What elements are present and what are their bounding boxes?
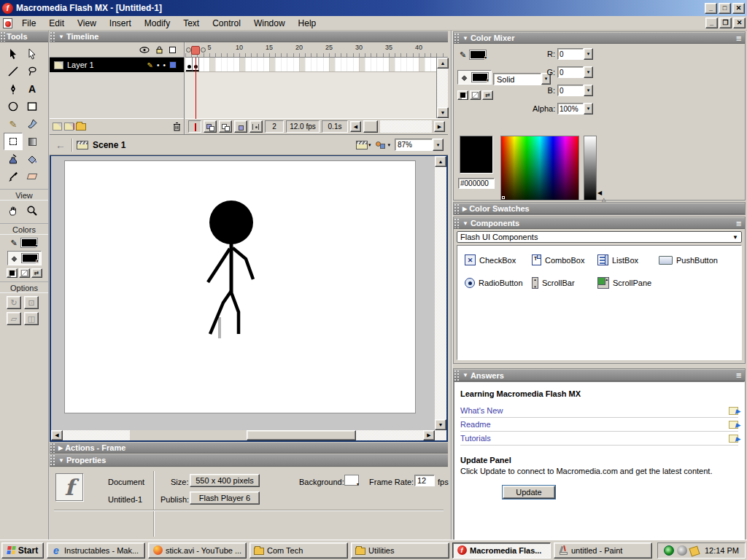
layer-name[interactable]: Layer 1 xyxy=(67,61,144,69)
fill-transform-tool[interactable] xyxy=(23,133,42,150)
line-tool[interactable] xyxy=(4,63,23,80)
green-input[interactable] xyxy=(557,66,584,78)
scrollbar-track[interactable] xyxy=(437,69,448,107)
playhead[interactable] xyxy=(191,46,200,55)
minimize-button[interactable]: _ xyxy=(705,3,717,14)
layer-outline-color-swatch[interactable] xyxy=(169,61,177,69)
components-header[interactable]: ▼ Components ≣ xyxy=(454,217,745,229)
modify-onion-markers-button[interactable] xyxy=(249,120,263,133)
panel-gripper[interactable] xyxy=(454,370,459,381)
taskbar-item-instructables[interactable]: e Instructables - Mak... xyxy=(47,542,145,559)
menu-window[interactable]: Window xyxy=(247,17,292,30)
snap-option-button[interactable]: ↻ xyxy=(7,296,21,309)
eyedropper-tool[interactable] xyxy=(4,168,23,185)
taskbar-item-utilities[interactable]: Utilities xyxy=(351,542,449,559)
framerate-input[interactable] xyxy=(414,475,435,486)
scroll-down-button[interactable]: ▼ xyxy=(437,107,449,118)
open-link-icon[interactable]: ▶ xyxy=(729,407,738,415)
maximize-button[interactable]: □ xyxy=(719,3,731,14)
rectangle-tool[interactable] xyxy=(23,98,42,115)
component-scrollpane[interactable]: ▴ScrollPane xyxy=(597,277,651,289)
brush-tool[interactable] xyxy=(23,115,42,133)
menu-modify[interactable]: Modify xyxy=(138,17,177,30)
stage-vertical-scrollbar[interactable]: ▲ ▼ xyxy=(435,156,446,430)
frame-rate-indicator[interactable]: 12.0 fps xyxy=(286,120,320,133)
default-colors-button[interactable] xyxy=(7,268,18,278)
taskbar-item-com-tech[interactable]: Com Tech xyxy=(249,542,348,559)
panel-gripper[interactable] xyxy=(50,443,55,453)
open-link-icon[interactable]: ▶ xyxy=(729,421,738,429)
doc-restore-button[interactable]: ❐ xyxy=(719,18,732,28)
timeline-vertical-scrollbar[interactable]: ▲ ▼ xyxy=(436,58,448,118)
layer-lock-dot[interactable]: • xyxy=(163,61,166,69)
pencil-tool[interactable]: ✎ xyxy=(4,115,23,133)
timeline-scroll-right-button[interactable]: ▶ xyxy=(434,121,445,132)
scene-name[interactable]: Scene 1 xyxy=(93,140,125,150)
free-transform-tool[interactable] xyxy=(4,133,23,150)
stage-canvas[interactable] xyxy=(64,160,416,413)
fill-color-swatch[interactable]: ▾ xyxy=(21,253,39,263)
stage[interactable]: ▲ ▼ ◀ ▶ xyxy=(50,155,448,442)
close-button[interactable]: ✕ xyxy=(732,3,745,14)
panel-options-icon[interactable]: ≣ xyxy=(736,219,741,228)
scroll-left-button[interactable]: ◀ xyxy=(51,430,63,440)
red-input[interactable] xyxy=(557,48,584,60)
menu-view[interactable]: View xyxy=(71,17,103,30)
center-frame-button[interactable] xyxy=(188,120,201,133)
subselection-tool[interactable] xyxy=(23,45,42,63)
zoom-value[interactable]: 87% xyxy=(395,139,433,151)
brightness-slider[interactable] xyxy=(584,136,597,201)
pen-tool[interactable] xyxy=(4,80,23,98)
rotate-skew-option-button[interactable]: ⊡ xyxy=(24,296,39,309)
tray-volume-icon[interactable] xyxy=(677,545,687,556)
lasso-tool[interactable] xyxy=(23,63,42,80)
zoom-tool[interactable] xyxy=(23,202,42,219)
menu-text[interactable]: Text xyxy=(177,17,206,30)
green-stepper-button[interactable]: ▾ xyxy=(584,66,593,78)
panel-gripper[interactable] xyxy=(454,33,459,43)
timeline-scroll-left-button[interactable]: ◀ xyxy=(350,121,361,132)
back-button[interactable]: ← xyxy=(54,139,67,150)
edit-symbols-button[interactable]: ▾ xyxy=(375,141,390,149)
tutorials-link[interactable]: Tutorials xyxy=(460,434,729,443)
panel-gripper[interactable] xyxy=(50,454,55,466)
readme-link[interactable]: Readme xyxy=(460,420,729,429)
layer-row[interactable]: Layer 1 ✎ • • xyxy=(50,58,184,72)
hand-tool[interactable] xyxy=(4,202,23,219)
onion-skin-outlines-button[interactable] xyxy=(219,120,232,133)
scroll-up-button[interactable]: ▲ xyxy=(435,156,446,167)
whats-new-link[interactable]: What's New xyxy=(460,406,729,415)
text-tool[interactable]: A xyxy=(23,80,42,98)
color-picker-gradient[interactable] xyxy=(500,136,579,201)
component-checkbox[interactable]: ✕CheckBox xyxy=(465,254,532,265)
onion-skin-button[interactable] xyxy=(204,120,217,133)
scrollbar-track[interactable] xyxy=(435,167,446,419)
add-motion-guide-button[interactable] xyxy=(64,122,74,131)
open-link-icon[interactable]: ▶ xyxy=(729,435,738,443)
selection-tool[interactable] xyxy=(4,45,23,63)
delete-layer-trash-icon[interactable] xyxy=(173,122,181,131)
scroll-down-button[interactable]: ▼ xyxy=(435,419,446,430)
layer-frames-row[interactable] xyxy=(185,58,436,72)
menu-help[interactable]: Help xyxy=(292,17,323,30)
oval-tool[interactable] xyxy=(4,98,23,115)
no-color-button[interactable] xyxy=(19,268,30,278)
no-color-button[interactable] xyxy=(470,90,481,100)
panel-options-icon[interactable]: ≣ xyxy=(736,34,741,42)
scroll-up-button[interactable]: ▲ xyxy=(437,58,449,69)
alpha-stepper-button[interactable]: ▾ xyxy=(584,103,593,114)
lock-icon[interactable] xyxy=(156,46,163,54)
answers-header[interactable]: ▼ Answers ≣ xyxy=(454,369,745,381)
stroke-color-swatch[interactable]: ▾ xyxy=(469,50,487,60)
properties-panel-header[interactable]: ▼ Properties xyxy=(50,454,448,467)
component-set-select[interactable]: Flash UI Components ▼ xyxy=(457,231,742,243)
default-colors-button[interactable] xyxy=(457,90,468,100)
taskbar-item-paint[interactable]: untitled - Paint xyxy=(554,542,652,559)
doc-minimize-button[interactable]: _ xyxy=(705,18,718,28)
hex-input[interactable] xyxy=(458,178,495,189)
panel-gripper[interactable] xyxy=(50,31,55,42)
ink-bottle-tool[interactable] xyxy=(4,150,23,168)
component-listbox[interactable]: ListBox xyxy=(597,254,659,265)
keyframe-1[interactable] xyxy=(186,58,193,71)
timeline-header[interactable]: ▼ Timeline xyxy=(50,31,448,42)
